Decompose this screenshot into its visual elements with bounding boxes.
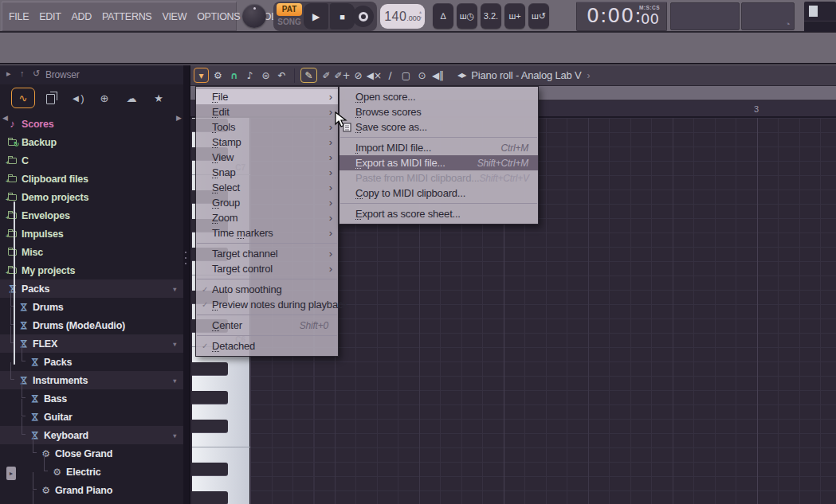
collapse-triangle-icon[interactable]: ▾ (173, 432, 176, 440)
browser-item-grand-piano[interactable]: ⚙Grand Piano (0, 481, 183, 499)
menubar-item-view[interactable]: VIEW (162, 11, 186, 22)
wait-for-input-button[interactable]: ш◷ (457, 3, 477, 29)
browser-item-keyboard[interactable]: ⋈Keyboard▾ (0, 426, 183, 444)
pr-draw-tool-button[interactable]: ✎ (300, 68, 317, 83)
browser-item-close-grand[interactable]: ⚙Close Grand (0, 444, 183, 463)
menubar-item-edit[interactable]: EDIT (39, 11, 61, 22)
menu-item-select[interactable]: Select› (196, 180, 338, 195)
menu-item-time-markers[interactable]: Time markers› (196, 225, 338, 240)
browser-item-rhodes[interactable]: ⚙Rhodes (0, 499, 183, 504)
black-key[interactable] (192, 391, 228, 404)
pr-select-tool-button[interactable]: ▢ (399, 68, 413, 83)
menu-item-edit[interactable]: Edit› (196, 104, 338, 119)
pr-slice-tool-button[interactable]: ∕ (383, 68, 397, 83)
pat-song-switch[interactable]: PAT SONG (277, 3, 302, 29)
browser-item-impulses[interactable]: Impulses (0, 225, 183, 243)
browser-item-c[interactable]: C (0, 151, 183, 170)
browser-tab-cloud[interactable]: ☁ (120, 88, 143, 108)
menu-item-save-score-as[interactable]: Save score as... (340, 119, 538, 135)
browser-item-backup[interactable]: Backup (0, 133, 183, 151)
menu-item-group[interactable]: Group› (196, 195, 338, 210)
browser-corner-button[interactable]: ▸ (6, 467, 16, 480)
menu-item-snap[interactable]: Snap› (196, 165, 338, 180)
browser-tab-current-project[interactable]: ◄) (65, 88, 89, 108)
panel-divider[interactable] (183, 65, 189, 504)
collapse-triangle-icon[interactable]: ▾ (173, 286, 176, 293)
browser-item-drums-modeaudio[interactable]: ⋈Drums (ModeAudio) (0, 316, 183, 334)
menu-item-stamp[interactable]: Stamp› (196, 135, 338, 150)
pr-stamp-button[interactable]: ♪ (243, 68, 257, 83)
menu-item-file[interactable]: File› (196, 89, 338, 104)
loop-record-button[interactable]: ш↺ (528, 3, 549, 29)
browser-tab-internet[interactable]: ⊕ (92, 88, 116, 108)
pr-quantize-button[interactable]: ⊜ (259, 68, 273, 83)
spinner-up-icon[interactable]: ▲ (418, 10, 422, 14)
menu-item-detached[interactable]: ✓Detached (196, 338, 338, 354)
menu-item-center[interactable]: CenterShift+0 (196, 318, 338, 333)
channel-nav-icon[interactable]: ◀▶ (457, 72, 465, 79)
black-key[interactable] (192, 420, 228, 432)
browser-item-demo-projects[interactable]: Demo projects (0, 188, 183, 206)
menubar-item-patterns[interactable]: PATTERNS (102, 11, 151, 22)
browser-tab-favorites[interactable]: ★ (147, 88, 171, 108)
browser-item-my-projects[interactable]: My projects (0, 261, 183, 279)
menu-item-target-control[interactable]: Target control› (196, 261, 338, 276)
browser-item-guitar[interactable]: ⋈Guitar (0, 408, 183, 426)
browser-item-clipboard-files[interactable]: Clipboard files (0, 170, 183, 188)
browser-item-electric[interactable]: ⚙Electric (0, 463, 183, 481)
menu-item-import-midi-file[interactable]: Import MIDI file...Ctrl+M (340, 140, 538, 155)
menu-item-preview-notes-during-playback[interactable]: ✓Preview notes during playback (196, 297, 338, 312)
pr-paint-sequence-tool-button[interactable]: ✐+ (336, 68, 349, 83)
browser-up-icon[interactable]: ↑ (20, 68, 25, 78)
play-button[interactable]: ▶ (304, 3, 328, 29)
browser-item-drums[interactable]: ⋈Drums (0, 298, 183, 316)
browser-item-packs[interactable]: ⋈Packs (0, 353, 183, 371)
browser-item-envelopes[interactable]: Envelopes (0, 206, 183, 225)
browser-item-misc[interactable]: Misc (0, 243, 183, 261)
menu-item-tools[interactable]: Tools› (196, 119, 338, 135)
title-more-icon[interactable]: › (587, 70, 590, 81)
typing-to-piano-button[interactable]: ш+ (504, 3, 525, 29)
black-key[interactable] (192, 463, 228, 475)
menubar-item-file[interactable]: FILE (9, 11, 29, 22)
tempo-field[interactable]: 140.000 ▲▼ (380, 4, 425, 29)
browser-item-scores[interactable]: ♪Scores (0, 115, 183, 133)
pr-undo-button[interactable]: ↶ (275, 68, 288, 83)
browser-refresh-icon[interactable]: ↺ (33, 68, 40, 79)
spinner-down-icon[interactable]: ▼ (418, 16, 422, 20)
pr-playback-tool-button[interactable]: ◀‖ (431, 68, 445, 83)
song-mode-label[interactable]: SONG (277, 16, 302, 28)
pr-mute-tool-button[interactable]: ◀× (367, 68, 381, 83)
menu-item-view[interactable]: View› (196, 150, 338, 165)
menu-item-auto-smoothing[interactable]: ✓Auto smoothing (196, 282, 338, 297)
pr-tools-button[interactable]: ⚙ (211, 68, 225, 83)
browser-item-packs[interactable]: ⋈Packs▾ (0, 279, 183, 298)
tempo-spinner[interactable]: ▲▼ (418, 10, 422, 20)
menu-item-paste-from-midi-clipboard[interactable]: Paste from MIDI clipboard...Shift+Ctrl+V (340, 170, 538, 186)
menu-item-open-score[interactable]: Open score... (340, 89, 538, 104)
pr-paint-tool-button[interactable]: ✐ (320, 68, 333, 83)
piano-roll-titlebar[interactable]: ◀▶ Piano roll - Analog Lab V › (457, 69, 590, 81)
menu-item-browse-scores[interactable]: Browse scores (340, 104, 538, 119)
pr-menu-button[interactable]: ▾ (194, 68, 209, 83)
menu-item-copy-to-midi-clipboard[interactable]: Copy to MIDI clipboard... (340, 186, 538, 201)
pr-delete-tool-button[interactable]: ⊘ (351, 68, 365, 83)
collapse-triangle-icon[interactable]: ▾ (173, 341, 176, 348)
time-display[interactable]: 0:00: 00 M:S:CS (576, 2, 667, 31)
record-button[interactable] (352, 6, 374, 27)
menu-item-target-channel[interactable]: Target channel› (196, 246, 338, 261)
pr-snap-magnet-button[interactable]: ∩ (227, 68, 241, 83)
menu-item-export-as-midi-file[interactable]: Export as MIDI file...Shift+Ctrl+M (340, 155, 538, 170)
black-key[interactable] (192, 491, 228, 504)
browser-item-instruments[interactable]: ⋈Instruments▾ (0, 371, 183, 389)
browser-item-flex[interactable]: ⋈FLEX▾ (0, 334, 183, 353)
menu-item-zoom[interactable]: Zoom› (196, 210, 338, 225)
stop-button[interactable]: ■ (330, 3, 355, 29)
menubar-item-add[interactable]: ADD (71, 11, 92, 22)
main-volume-knob[interactable] (238, 2, 270, 31)
countdown-button[interactable]: 3.2. (481, 3, 501, 29)
menu-item-export-as-score-sheet[interactable]: Export as score sheet... (340, 206, 538, 221)
browser-tab-all[interactable]: ∿ (11, 88, 35, 108)
pat-mode-badge[interactable]: PAT (277, 3, 302, 16)
menubar-item-options[interactable]: OPTIONS (197, 11, 240, 22)
